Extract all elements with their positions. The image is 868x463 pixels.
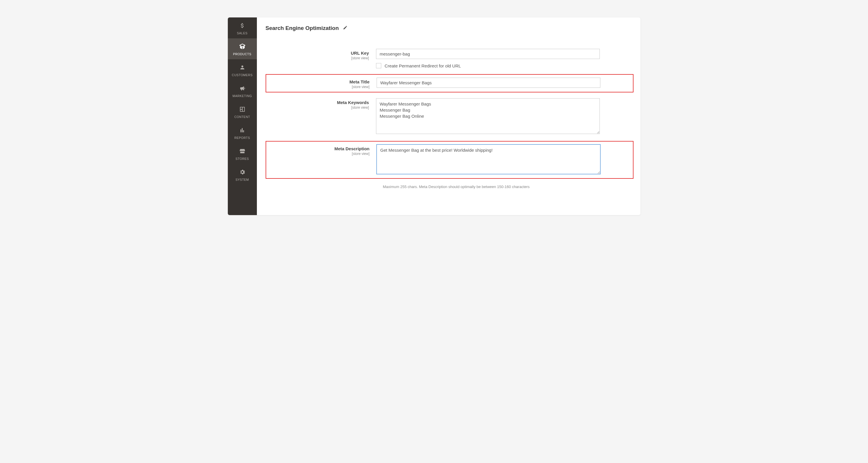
sidebar-item-marketing[interactable]: MARKETING <box>228 80 257 101</box>
bar-chart-icon <box>238 126 246 134</box>
storefront-icon <box>238 147 246 155</box>
nav-label: SYSTEM <box>236 178 249 181</box>
meta-description-hint: Maximum 255 chars. Meta Description shou… <box>383 185 633 189</box>
meta-description-scope: [store view] <box>266 152 370 156</box>
meta-description-input[interactable] <box>377 145 600 174</box>
main-content: Search Engine Optimization URL Key [stor… <box>257 18 641 215</box>
field-row-meta-title: Meta Title [store view] <box>266 74 633 92</box>
meta-keywords-input[interactable] <box>376 98 600 134</box>
box-icon <box>238 42 246 51</box>
meta-title-scope: [store view] <box>266 85 370 89</box>
sidebar-item-customers[interactable]: CUSTOMERS <box>228 59 257 80</box>
admin-panel: SALES PRODUCTS CUSTOMERS MARKETING CONTE… <box>228 18 641 215</box>
meta-title-input[interactable] <box>377 78 600 88</box>
field-row-url-key: URL Key [store view] Create Permanent Re… <box>266 49 633 68</box>
pencil-icon[interactable] <box>343 25 349 31</box>
sidebar-item-system[interactable]: SYSTEM <box>228 164 257 185</box>
nav-label: MARKETING <box>232 94 252 98</box>
meta-keywords-scope: [store view] <box>266 105 369 110</box>
nav-label: STORES <box>236 157 249 160</box>
sidebar-item-content[interactable]: CONTENT <box>228 101 257 122</box>
nav-label: SALES <box>237 31 247 35</box>
megaphone-icon <box>238 84 246 92</box>
section-header: Search Engine Optimization <box>266 25 633 31</box>
url-key-label: URL Key <box>266 51 369 56</box>
section-title: Search Engine Optimization <box>266 25 339 31</box>
nav-label: CUSTOMERS <box>232 73 252 77</box>
sidebar-item-products[interactable]: PRODUCTS <box>228 38 257 59</box>
field-row-meta-keywords: Meta Keywords [store view] <box>266 98 633 135</box>
nav-label: CONTENT <box>234 115 250 119</box>
sidebar-item-reports[interactable]: REPORTS <box>228 122 257 143</box>
url-key-scope: [store view] <box>266 56 369 60</box>
person-icon <box>238 63 246 71</box>
meta-keywords-label: Meta Keywords <box>266 100 369 105</box>
sidebar-item-stores[interactable]: STORES <box>228 143 257 164</box>
meta-title-label: Meta Title <box>266 79 370 84</box>
url-key-input[interactable] <box>376 49 600 59</box>
sidebar-item-sales[interactable]: SALES <box>228 18 257 38</box>
nav-label: PRODUCTS <box>233 52 251 56</box>
field-row-meta-description: Meta Description [store view] <box>266 141 633 179</box>
meta-description-label: Meta Description <box>266 146 370 151</box>
nav-label: REPORTS <box>234 136 250 140</box>
sidebar-nav: SALES PRODUCTS CUSTOMERS MARKETING CONTE… <box>228 18 257 215</box>
layout-icon <box>238 105 246 113</box>
dollar-icon <box>238 22 246 30</box>
redirect-checkbox[interactable] <box>376 63 381 68</box>
gear-icon <box>238 168 246 176</box>
redirect-checkbox-label: Create Permanent Redirect for old URL <box>385 63 461 68</box>
